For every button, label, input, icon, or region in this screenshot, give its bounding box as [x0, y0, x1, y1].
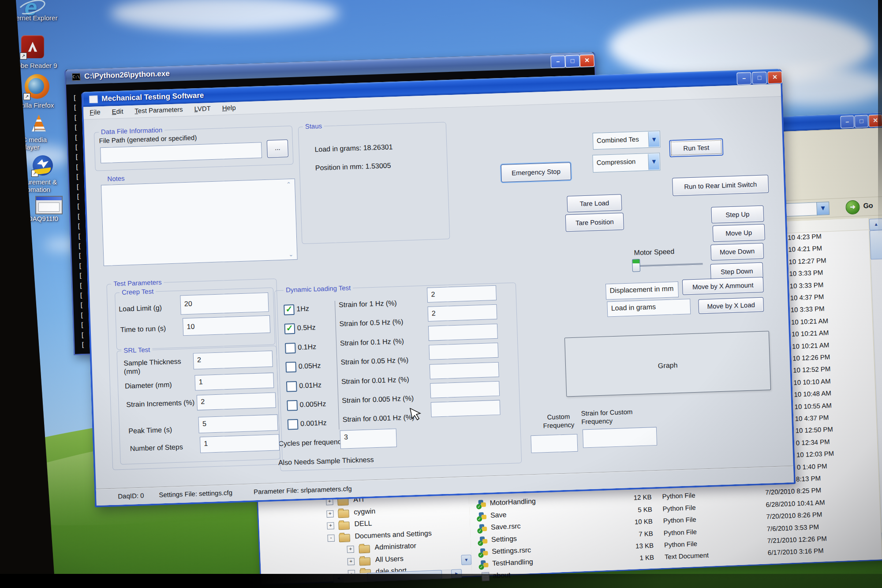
menu-file[interactable]: File [90, 108, 101, 116]
console-minimize-button[interactable]: – [550, 55, 565, 68]
firefox-icon[interactable]: ↗ [25, 74, 49, 99]
freq-checkbox-01hz[interactable] [285, 343, 296, 354]
explorer-maximize-button[interactable]: □ [854, 115, 868, 127]
displacement-input[interactable]: Displacement in mm [605, 281, 679, 300]
tree-item-all-users[interactable]: All Users [375, 554, 404, 564]
freq-checkbox-0005hz[interactable] [287, 400, 298, 411]
go-button-arrow-icon[interactable]: ➜ [845, 200, 860, 214]
direction-select[interactable]: Compression ▾ [592, 153, 660, 172]
file-date-fragment: 10 12:27 PM [789, 256, 826, 265]
step-up-button[interactable]: Step Up [711, 206, 764, 224]
test-type-select[interactable]: Combined Tes ▾ [593, 131, 661, 150]
tree-expander[interactable]: + [327, 522, 334, 530]
notes-scroll-up-icon[interactable]: ⌃ [286, 181, 291, 187]
browse-button[interactable]: ... [267, 139, 288, 158]
strain-input-001hz[interactable] [430, 362, 499, 379]
console-close-button[interactable]: ✕ [579, 54, 594, 67]
main-minimize-button[interactable]: – [736, 72, 751, 85]
file-type: Python File [662, 504, 696, 513]
tree-expander[interactable]: + [347, 546, 354, 553]
file-date-fragment: 10 10:21 AM [792, 341, 830, 350]
notes-scroll-down-icon[interactable]: ⌄ [288, 251, 293, 258]
strain-input-1hz[interactable]: 2 [427, 285, 497, 303]
nidaq-icon[interactable] [35, 196, 63, 214]
python-file-icon: ✓ [480, 548, 488, 557]
emergency-stop-button[interactable]: Emergency Stop [501, 162, 571, 182]
file-type: Python File [662, 491, 695, 500]
direction-chevron-icon[interactable]: ▾ [648, 154, 659, 170]
menu-edit[interactable]: Edit [112, 108, 123, 116]
main-maximize-button[interactable]: □ [752, 71, 767, 84]
motor-speed-slider-thumb[interactable] [632, 259, 640, 272]
menu-lvdt[interactable]: LVDT [194, 105, 211, 112]
custom-frequency-input[interactable] [531, 434, 578, 453]
console-output-line: [ [74, 134, 78, 142]
tare-position-button[interactable]: Tare Position [565, 213, 624, 232]
menu-test-parameters[interactable]: Test Parameters [135, 105, 183, 115]
file-date-fragment: 10 10:48 AM [794, 389, 831, 398]
load-in-grams-input[interactable]: Load in grams [607, 299, 691, 317]
console-output-line: [ [73, 114, 78, 122]
console-maximize-button[interactable]: □ [565, 55, 580, 67]
move-by-x-amount-button[interactable]: Move by X Ammount [682, 277, 764, 295]
graph-button[interactable]: Graph [564, 331, 771, 397]
go-button-label[interactable]: Go [863, 202, 873, 210]
freq-checkbox-05hz[interactable] [284, 323, 295, 334]
tree-expander[interactable]: + [348, 558, 355, 565]
move-down-button[interactable]: Move Down [710, 243, 764, 261]
test-type-chevron-icon[interactable]: ▾ [648, 131, 660, 147]
console-output-line: [ [74, 124, 78, 131]
strain-increments--input[interactable]: 2 [197, 392, 276, 410]
cycles-per-frequency-input[interactable]: 3 [340, 428, 397, 449]
file-name[interactable]: Settings [491, 535, 517, 543]
sample-thickness-mm--input[interactable]: 2 [193, 351, 273, 370]
settings-file-status: Settings File: settings.cfg [159, 489, 232, 499]
freq-checkbox-0001hz[interactable] [288, 419, 299, 430]
peak-time-s--input[interactable]: 5 [198, 414, 278, 433]
file-path-input[interactable] [100, 142, 262, 163]
file-name[interactable]: Settings.rsrc [492, 546, 531, 556]
run-to-rear-limit-button[interactable]: Run to Rear Limit Switch [672, 175, 769, 196]
freq-checkbox-005hz[interactable] [285, 362, 296, 373]
move-up-button[interactable]: Move Up [713, 224, 765, 242]
file-name[interactable]: TestHandling [492, 558, 533, 568]
tree-item-dell[interactable]: DELL [354, 519, 372, 528]
file-name[interactable]: Save [490, 511, 507, 519]
notes-textarea[interactable]: ⌃ ⌄ [101, 179, 298, 266]
file-date-fragment: 10 4:21 PM [788, 244, 822, 253]
tare-load-button[interactable]: Tare Load [567, 194, 622, 212]
main-close-button[interactable]: ✕ [767, 71, 782, 84]
explorer-minimize-button[interactable]: – [840, 116, 854, 128]
status-group-label: Staus [303, 122, 324, 130]
move-by-x-load-button[interactable]: Move by X Load [698, 297, 764, 314]
console-output-line: [ [73, 104, 77, 112]
tree-item-cygwin[interactable]: cygwin [354, 507, 376, 516]
tree-item-administrator[interactable]: Administrator [374, 542, 416, 551]
file-name[interactable]: Save.rsrc [491, 522, 521, 532]
custom-strain-input[interactable] [583, 427, 657, 448]
strain-input-01hz[interactable] [428, 324, 498, 341]
freq-checkbox-1hz[interactable] [284, 304, 295, 315]
menu-help[interactable]: Help [222, 104, 235, 112]
strain-input-0001hz[interactable] [431, 400, 501, 417]
strain-input-005hz[interactable] [429, 343, 498, 360]
strain-input-05hz[interactable]: 2 [427, 304, 497, 322]
console-output-line: [ [80, 331, 85, 339]
strain-input-0005hz[interactable] [430, 381, 500, 398]
diameter-mm--input[interactable]: 1 [194, 373, 274, 391]
notes-group-label: Notes [105, 174, 127, 183]
python-file-icon: ✓ [480, 560, 489, 569]
run-test-button[interactable]: Run Test [669, 139, 723, 157]
time-to-run-s--input[interactable]: 10 [183, 315, 270, 336]
motor-speed-slider-track[interactable] [633, 263, 703, 267]
number-of-steps-input[interactable]: 1 [200, 434, 280, 453]
tree-expander[interactable]: - [327, 534, 335, 542]
file-date-fragment: 10 4:37 PM [795, 414, 829, 423]
load-limit-g--input[interactable]: 20 [180, 292, 269, 315]
ni-max-icon[interactable]: ↗ [33, 155, 53, 176]
tree-scroll-down-arrow[interactable]: ▾ [461, 554, 471, 565]
tree-expander[interactable]: + [326, 510, 334, 517]
address-dropdown-chevron-icon[interactable]: ▾ [816, 202, 830, 215]
freq-checkbox-001hz[interactable] [286, 381, 297, 392]
adobe-reader-icon[interactable]: ↗ [21, 35, 44, 58]
